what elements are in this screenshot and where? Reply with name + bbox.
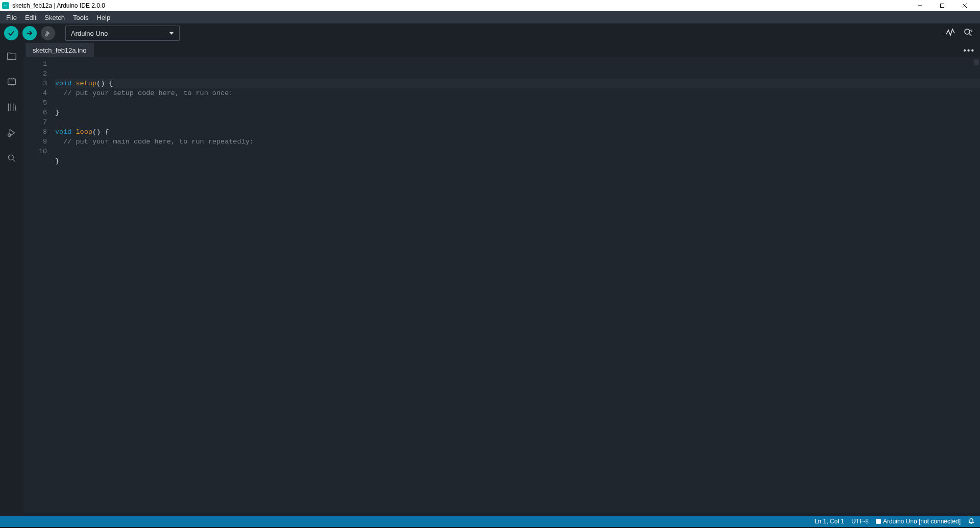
toolbar-left: Arduino Uno — [4, 26, 180, 41]
code-editor[interactable]: 12345678910 void setup() { // put your s… — [23, 57, 980, 513]
activity-bar — [0, 43, 23, 513]
status-bar: Ln 1, Col 1 UTF-8 Arduino Uno [not conne… — [0, 516, 980, 527]
sketchbook-button[interactable] — [6, 50, 18, 62]
debug-button[interactable] — [41, 26, 55, 40]
editor-scrollbar[interactable] — [974, 59, 979, 65]
menu-file[interactable]: File — [2, 12, 21, 23]
editor-code[interactable]: void setup() { // put your setup code he… — [55, 57, 980, 513]
svg-point-25 — [8, 155, 13, 160]
library-manager-button[interactable] — [6, 101, 18, 113]
serial-plotter-button[interactable] — [945, 27, 955, 39]
svg-point-24 — [8, 134, 11, 137]
close-button[interactable] — [953, 0, 976, 11]
board-selector[interactable]: Arduino Uno — [65, 26, 180, 41]
svg-line-9 — [969, 34, 971, 36]
notifications-button[interactable] — [968, 518, 975, 525]
menu-bar: File Edit Sketch Tools Help — [0, 11, 980, 23]
menu-help[interactable]: Help — [92, 12, 114, 23]
upload-button[interactable] — [22, 26, 37, 40]
toolbar: Arduino Uno — [0, 23, 980, 43]
editor-tab[interactable]: sketch_feb12a.ino — [26, 43, 94, 57]
status-board[interactable]: Arduino Uno [not connected] — [876, 518, 961, 525]
toolbar-right — [945, 27, 976, 39]
editor-gutter: 12345678910 — [23, 57, 55, 513]
window-controls — [909, 0, 976, 11]
window-title: sketch_feb12a | Arduino IDE 2.0.0 — [12, 2, 105, 9]
menu-sketch[interactable]: Sketch — [40, 12, 69, 23]
maximize-button[interactable] — [931, 0, 953, 11]
editor-tab-label: sketch_feb12a.ino — [33, 46, 87, 54]
window-titlebar: sketch_feb12a | Arduino IDE 2.0.0 — [0, 0, 980, 11]
status-cursor[interactable]: Ln 1, Col 1 — [815, 518, 844, 525]
chevron-down-icon — [169, 30, 174, 37]
tab-overflow-button[interactable]: ••• — [963, 46, 975, 55]
svg-point-8 — [965, 29, 970, 34]
arduino-logo-icon — [2, 2, 9, 9]
svg-rect-12 — [8, 79, 16, 85]
svg-rect-1 — [941, 4, 944, 8]
verify-button[interactable] — [4, 26, 18, 40]
boards-manager-button[interactable] — [6, 76, 18, 88]
status-board-label: Arduino Uno [not connected] — [883, 518, 961, 525]
editor-area: sketch_feb12a.ino ••• 12345678910 void s… — [23, 43, 980, 513]
titlebar-left: sketch_feb12a | Arduino IDE 2.0.0 — [2, 2, 105, 9]
status-encoding[interactable]: UTF-8 — [851, 518, 869, 525]
minimize-button[interactable] — [909, 0, 931, 11]
svg-line-22 — [15, 105, 16, 111]
main-area: sketch_feb12a.ino ••• 12345678910 void s… — [0, 43, 980, 513]
svg-line-26 — [13, 160, 15, 162]
serial-monitor-button[interactable] — [963, 27, 973, 39]
menu-tools[interactable]: Tools — [69, 12, 92, 23]
board-selector-label: Arduino Uno — [71, 30, 108, 37]
search-button[interactable] — [6, 152, 18, 164]
plug-icon — [876, 519, 881, 524]
menu-edit[interactable]: Edit — [21, 12, 40, 23]
svg-marker-7 — [169, 32, 174, 35]
svg-marker-5 — [46, 31, 50, 36]
editor-tabbar: sketch_feb12a.ino ••• — [23, 43, 980, 57]
debug-panel-button[interactable] — [6, 127, 18, 139]
